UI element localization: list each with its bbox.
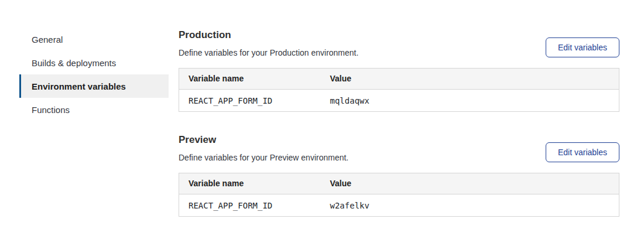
variable-value-cell: w2afelkv	[321, 194, 619, 217]
table-header-row: Variable name Value	[179, 173, 619, 194]
production-variables-table: Variable name Value REACT_APP_FORM_ID mq…	[179, 68, 619, 112]
preview-variables-table: Variable name Value REACT_APP_FORM_ID w2…	[179, 173, 619, 217]
sidebar-item-label: Environment variables	[32, 81, 126, 91]
sidebar-item-label: Builds & deployments	[32, 58, 116, 68]
variable-name-cell: REACT_APP_FORM_ID	[179, 194, 321, 217]
sidebar-item-general[interactable]: General	[19, 28, 169, 51]
production-section: Production Define variables for your Pro…	[179, 29, 619, 112]
sidebar-item-functions[interactable]: Functions	[19, 98, 169, 121]
sidebar-item-builds-deployments[interactable]: Builds & deployments	[19, 51, 169, 74]
sidebar-item-label: Functions	[32, 105, 70, 115]
variable-name-column-header: Variable name	[179, 173, 321, 194]
value-column-header: Value	[321, 69, 619, 90]
environment-variables-settings-page: General Builds & deployments Environment…	[0, 0, 644, 246]
variable-name-column-header: Variable name	[179, 69, 321, 90]
table-row: REACT_APP_FORM_ID mqldaqwx	[179, 90, 619, 112]
variable-value-cell: mqldaqwx	[321, 90, 619, 112]
production-edit-variables-button[interactable]: Edit variables	[546, 37, 619, 57]
preview-edit-variables-button[interactable]: Edit variables	[546, 142, 619, 162]
settings-sidebar: General Builds & deployments Environment…	[19, 28, 169, 121]
settings-content: Production Define variables for your Pro…	[179, 29, 619, 217]
variable-name-cell: REACT_APP_FORM_ID	[179, 90, 321, 112]
value-column-header: Value	[321, 173, 619, 194]
sidebar-item-environment-variables[interactable]: Environment variables	[19, 74, 169, 98]
preview-section: Preview Define variables for your Previe…	[179, 134, 619, 217]
table-header-row: Variable name Value	[179, 69, 619, 90]
table-row: REACT_APP_FORM_ID w2afelkv	[179, 194, 619, 217]
sidebar-item-label: General	[32, 35, 63, 45]
